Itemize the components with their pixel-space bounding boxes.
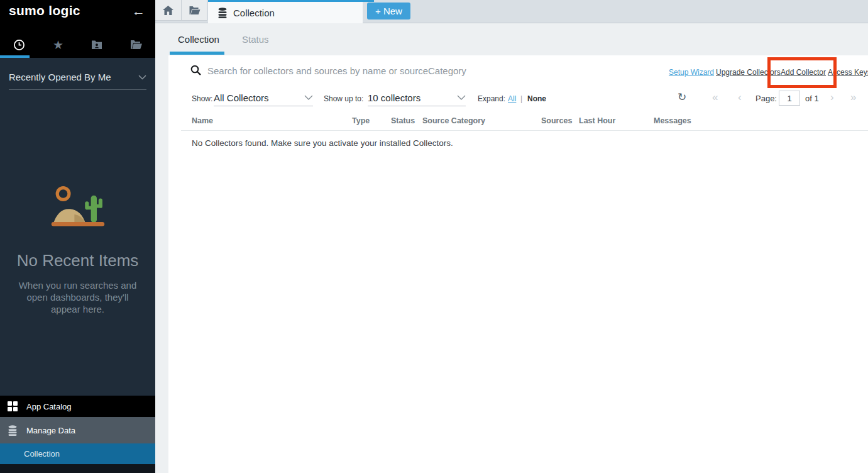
sidebar-item-app-catalog[interactable]: App Catalog: [0, 396, 155, 417]
manage-data-label: Manage Data: [26, 426, 75, 435]
home-icon: [163, 6, 173, 15]
database-icon: [217, 8, 228, 18]
sidebar-empty-state: No Recent Items When you run searches an…: [0, 184, 155, 315]
star-icon: ★: [53, 38, 63, 52]
sidebar-item-manage-data[interactable]: Manage Data: [0, 417, 155, 443]
sidebar: sumo logic ← ★: [0, 0, 155, 473]
page-number-input[interactable]: [779, 91, 800, 106]
chevron-down-icon: [304, 95, 313, 100]
tab-library[interactable]: [116, 31, 155, 58]
recent-filter-label: Recently Opened By Me: [9, 72, 111, 82]
grid-icon: [8, 401, 18, 411]
sidebar-icon-tabs: ★: [0, 31, 155, 58]
recent-filter-dropdown[interactable]: Recently Opened By Me: [9, 72, 146, 90]
collapse-sidebar-icon[interactable]: ←: [132, 4, 145, 19]
tab-favorites[interactable]: ★: [39, 31, 78, 58]
show-up-to-dropdown[interactable]: 10 collectors: [368, 89, 466, 106]
subtab-bar: Collection Status: [155, 23, 868, 55]
empty-collectors-message: No Collectors found. Make sure you activ…: [192, 138, 453, 148]
add-collector-link[interactable]: Add Collector: [781, 68, 826, 77]
access-keys-link[interactable]: Access Keys: [828, 68, 868, 77]
refresh-icon[interactable]: ↻: [678, 91, 686, 104]
sumo-logic-logo: sumo logic: [9, 3, 80, 18]
library-button[interactable]: [181, 0, 207, 21]
open-folder-icon: [189, 6, 201, 15]
expand-label: Expand:: [478, 94, 505, 103]
expand-separator: |: [520, 94, 522, 103]
pagination-first-icon[interactable]: «: [712, 91, 718, 104]
collection-tab[interactable]: Collection: [208, 0, 363, 23]
no-recent-items-title: No Recent Items: [0, 251, 155, 270]
top-tab-bar: Collection + New: [155, 0, 868, 23]
collection-tab-label: Collection: [233, 8, 275, 18]
column-header-messages[interactable]: Messages: [654, 116, 691, 125]
database-icon: [8, 425, 18, 436]
folder-user-icon: [91, 40, 102, 50]
page-total-label: of 1: [805, 94, 819, 103]
collection-label: Collection: [24, 449, 60, 459]
search-input[interactable]: [207, 62, 597, 79]
sidebar-header: sumo logic ← ★: [0, 0, 155, 58]
setup-wizard-link[interactable]: Setup Wizard: [669, 68, 714, 77]
subtab-status[interactable]: Status: [242, 34, 269, 45]
tab-recent[interactable]: [0, 31, 39, 58]
page-label: Page:: [755, 94, 777, 103]
no-recent-items-description: When you run searches and open dashboard…: [14, 279, 141, 315]
chevron-down-icon: [138, 75, 146, 80]
pagination-last-icon[interactable]: »: [850, 91, 856, 104]
collection-panel: Setup Wizard Upgrade Collectors Add Coll…: [168, 55, 868, 473]
active-tab-underline: [0, 55, 30, 58]
sidebar-bottom-menu: App Catalog Manage Data Collection: [0, 396, 155, 473]
sidebar-item-collection[interactable]: Collection: [0, 443, 155, 464]
open-folder-icon: [130, 40, 142, 50]
column-header-sources[interactable]: Sources: [541, 116, 572, 125]
home-button[interactable]: [155, 0, 182, 21]
clock-icon: [13, 39, 25, 51]
show-up-to-dropdown-value: 10 collectors: [368, 92, 420, 103]
show-label: Show:: [192, 94, 212, 103]
expand-all-link[interactable]: All: [508, 94, 516, 103]
tab-personal-folder[interactable]: [78, 31, 117, 58]
column-header-last-hour[interactable]: Last Hour: [579, 116, 615, 125]
show-dropdown[interactable]: All Collectors: [214, 89, 313, 106]
pagination-next-icon[interactable]: ›: [830, 91, 834, 104]
pagination-prev-icon[interactable]: ‹: [738, 91, 742, 104]
desert-illustration: [48, 184, 107, 231]
sidebar-menu-filler: [0, 464, 155, 473]
column-header-source-category[interactable]: Source Category: [422, 116, 485, 125]
new-button[interactable]: + New: [367, 3, 410, 19]
main-area: Collection + New Collection Status Setup…: [155, 0, 868, 473]
column-header-type[interactable]: Type: [352, 116, 370, 125]
table-header-divider: [181, 130, 868, 131]
search-icon: [190, 65, 201, 75]
chevron-down-icon: [457, 95, 466, 100]
tab-accent-strip: [339, 0, 374, 2]
subtab-collection[interactable]: Collection: [178, 34, 219, 45]
expand-none-link[interactable]: None: [527, 94, 546, 103]
app-catalog-label: App Catalog: [26, 402, 72, 411]
column-header-status[interactable]: Status: [391, 116, 415, 125]
column-header-name[interactable]: Name: [192, 116, 213, 125]
subtab-active-underline: [170, 52, 224, 55]
upgrade-collectors-link[interactable]: Upgrade Collectors: [716, 68, 781, 77]
show-dropdown-value: All Collectors: [214, 92, 269, 103]
show-up-to-label: Show up to:: [324, 94, 363, 103]
